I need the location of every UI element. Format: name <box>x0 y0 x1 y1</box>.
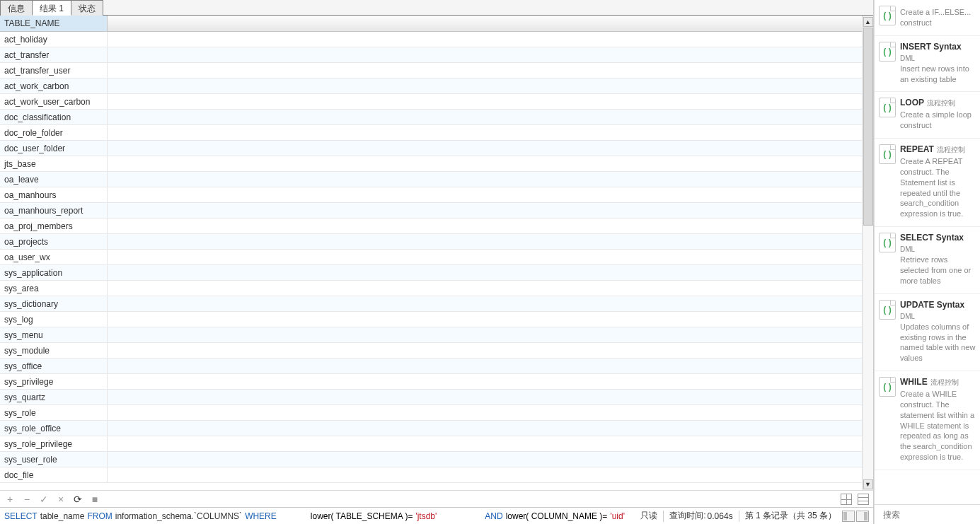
table-row[interactable]: sys_application <box>0 265 862 281</box>
sql-string: 'uid' <box>610 511 625 521</box>
table-row[interactable]: doc_role_folder <box>0 125 862 141</box>
table-row[interactable]: sys_dictionary <box>0 296 862 312</box>
table-row[interactable]: ▶act_holiday <box>0 32 862 47</box>
help-item[interactable]: ( )LOOP流程控制Create a simple loop construc… <box>875 92 980 139</box>
table-row[interactable]: doc_user_folder <box>0 141 862 156</box>
table-row[interactable]: doc_classification <box>0 110 862 125</box>
table-row[interactable]: sys_privilege <box>0 374 862 390</box>
cell-table-name[interactable]: act_work_user_carbon <box>0 94 108 109</box>
help-item-desc: Create A REPEAT construct. The Statement… <box>900 156 976 219</box>
help-list[interactable]: ( )Create a IF...ELSE... construct( )INS… <box>875 0 980 504</box>
cell-table-name[interactable]: doc_classification <box>0 110 108 124</box>
scroll-thumb[interactable] <box>863 28 873 226</box>
cell-table-name[interactable]: doc_file <box>0 467 108 482</box>
grid-view-icon[interactable] <box>841 494 852 505</box>
query-time-label: 查询时间: <box>669 510 705 522</box>
scroll-down-button[interactable]: ▼ <box>863 479 873 489</box>
cell-table-name[interactable]: sys_role_privilege <box>0 436 108 451</box>
cell-table-name[interactable]: sys_user_role <box>0 452 108 467</box>
apply-button[interactable]: ✓ <box>38 494 50 505</box>
table-row[interactable]: oa_manhours <box>0 187 862 203</box>
table-row[interactable]: sys_role_office <box>0 421 862 436</box>
cell-table-name[interactable]: oa_manhours <box>0 187 108 202</box>
cell-table-name[interactable]: sys_menu <box>0 327 108 342</box>
divider <box>739 511 739 522</box>
cancel-button[interactable]: × <box>55 494 67 505</box>
cell-table-name[interactable]: act_transfer_user <box>0 63 108 78</box>
table-row[interactable]: act_transfer_user <box>0 63 862 78</box>
stop-button[interactable]: ■ <box>89 494 100 505</box>
table-row[interactable]: sys_menu <box>0 327 862 343</box>
refresh-button[interactable]: ⟳ <box>72 494 83 505</box>
snippet-icon: ( ) <box>879 377 896 397</box>
cell-table-name[interactable]: jts_base <box>0 156 108 171</box>
tab-info[interactable]: 信息 <box>0 0 33 16</box>
help-item-body: SELECT SyntaxDMLRetrieve rows selected f… <box>900 233 976 286</box>
table-row[interactable]: doc_file <box>0 467 862 483</box>
table-row[interactable]: sys_log <box>0 312 862 327</box>
table-row[interactable]: oa_manhours_report <box>0 203 862 219</box>
table-row[interactable]: sys_quartz <box>0 390 862 405</box>
cell-table-name[interactable]: sys_office <box>0 359 108 373</box>
cell-table-name[interactable]: sys_area <box>0 281 108 296</box>
vertical-scrollbar[interactable]: ▲ ▼ <box>862 16 873 490</box>
form-view-icon[interactable] <box>858 494 869 505</box>
scroll-track[interactable] <box>863 28 873 479</box>
help-item[interactable]: ( )INSERT SyntaxDMLInsert new rows into … <box>875 36 980 93</box>
help-item-title: SELECT SyntaxDML <box>900 233 976 253</box>
table-row[interactable]: sys_area <box>0 281 862 296</box>
cell-table-name[interactable]: doc_user_folder <box>0 141 108 156</box>
help-item[interactable]: ( )Create a IF...ELSE... construct <box>875 0 980 36</box>
cell-table-name[interactable]: doc_role_folder <box>0 125 108 140</box>
toggle-left-panel-icon[interactable] <box>842 511 855 522</box>
help-item[interactable]: ( )WHILE流程控制Create a WHILE construct. Th… <box>875 371 980 470</box>
help-item[interactable]: ( )REPEAT流程控制Create A REPEAT construct. … <box>875 139 980 227</box>
snippet-icon: ( ) <box>879 144 896 164</box>
toggle-right-panel-icon[interactable] <box>856 511 869 522</box>
cell-table-name[interactable]: sys_application <box>0 265 108 280</box>
table-row[interactable]: sys_role <box>0 405 862 421</box>
delete-row-button[interactable]: − <box>21 494 33 505</box>
help-search-input[interactable] <box>883 510 980 520</box>
table-row[interactable]: oa_leave <box>0 172 862 187</box>
cell-table-name[interactable]: sys_quartz <box>0 390 108 404</box>
cell-table-name[interactable]: oa_leave <box>0 172 108 187</box>
tab-status[interactable]: 状态 <box>71 0 103 16</box>
table-row[interactable]: sys_role_privilege <box>0 436 862 452</box>
cell-table-name[interactable]: sys_role_office <box>0 421 108 436</box>
table-row[interactable]: oa_projects <box>0 234 862 250</box>
scroll-up-button[interactable]: ▲ <box>863 17 873 27</box>
table-row[interactable]: oa_user_wx <box>0 250 862 265</box>
table-row[interactable]: act_work_user_carbon <box>0 94 862 110</box>
table-row[interactable]: act_work_carbon <box>0 78 862 94</box>
help-item[interactable]: ( )SELECT SyntaxDMLRetrieve rows selecte… <box>875 227 980 294</box>
cell-table-name[interactable]: act_transfer <box>0 47 108 62</box>
result-grid-wrap: TABLE_NAME ▶act_holidayact_transferact_t… <box>0 16 873 490</box>
table-row[interactable]: sys_user_role <box>0 452 862 467</box>
cell-table-name[interactable]: act_holiday <box>0 32 108 47</box>
table-row[interactable]: jts_base <box>0 156 862 172</box>
cell-table-name[interactable]: oa_manhours_report <box>0 203 108 218</box>
table-row[interactable]: sys_module <box>0 343 862 359</box>
cell-table-name[interactable]: sys_log <box>0 312 108 327</box>
grid-header-row: TABLE_NAME <box>0 16 862 32</box>
cell-table-name[interactable]: sys_module <box>0 343 108 358</box>
cell-table-name[interactable]: sys_dictionary <box>0 296 108 311</box>
cell-table-name[interactable]: sys_role <box>0 405 108 420</box>
help-item-tag: DML <box>900 313 915 320</box>
tab-result-1[interactable]: 结果 1 <box>32 0 71 16</box>
cell-table-name[interactable]: oa_projects <box>0 234 108 249</box>
column-header-table-name[interactable]: TABLE_NAME <box>0 16 108 31</box>
cell-table-name[interactable]: sys_privilege <box>0 374 108 389</box>
help-item[interactable]: ( )UPDATE SyntaxDMLUpdates columns of ex… <box>875 294 980 371</box>
cell-table-name[interactable]: oa_user_wx <box>0 250 108 264</box>
cell-table-name[interactable]: oa_proj_members <box>0 219 108 233</box>
query-time-value: 0.064s <box>708 511 733 521</box>
help-item-title: UPDATE SyntaxDML <box>900 300 976 320</box>
add-row-button[interactable]: + <box>4 494 16 505</box>
result-grid[interactable]: TABLE_NAME ▶act_holidayact_transferact_t… <box>0 16 862 490</box>
table-row[interactable]: oa_proj_members <box>0 219 862 234</box>
table-row[interactable]: sys_office <box>0 359 862 374</box>
table-row[interactable]: act_transfer <box>0 47 862 63</box>
cell-table-name[interactable]: act_work_carbon <box>0 78 108 93</box>
